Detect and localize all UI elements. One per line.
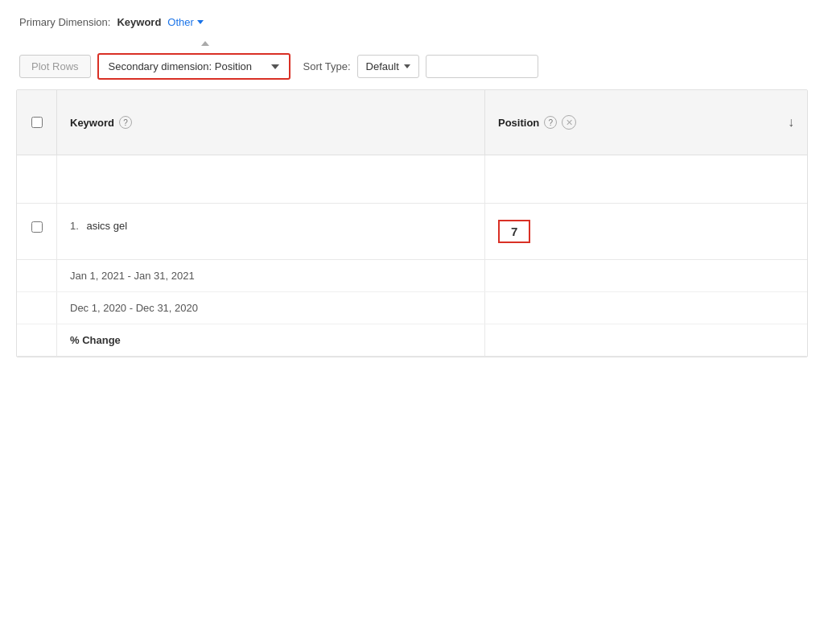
other-link-text: Other bbox=[167, 16, 194, 28]
sort-type-value: Default bbox=[366, 60, 399, 72]
position-close-icon[interactable]: ✕ bbox=[562, 115, 576, 130]
sort-type-dropdown[interactable]: Default bbox=[357, 55, 419, 78]
header-checkbox[interactable] bbox=[31, 117, 43, 128]
position-value: 7 bbox=[498, 220, 530, 243]
row-checkbox-cell[interactable] bbox=[17, 204, 57, 259]
secondary-dimension-chevron-icon bbox=[271, 64, 279, 69]
keyword-header-label: Keyword bbox=[70, 117, 114, 129]
row-keyword-value: asics gel bbox=[86, 220, 127, 232]
secondary-dimension-dropdown[interactable]: Secondary dimension: Position bbox=[97, 53, 290, 80]
empty-position-cell bbox=[485, 155, 807, 203]
primary-dimension-row: Primary Dimension: Keyword Other bbox=[16, 16, 808, 28]
percent-change-label: % Change bbox=[57, 324, 485, 356]
row-keyword-cell: 1. asics gel bbox=[57, 204, 485, 259]
sort-type-label: Sort Type: bbox=[303, 60, 351, 72]
pct-position-cell bbox=[485, 324, 807, 356]
percent-change-row: % Change bbox=[17, 324, 807, 357]
position-header-label: Position bbox=[498, 117, 539, 129]
keyword-help-icon[interactable]: ? bbox=[119, 116, 132, 129]
primary-dimension-keyword: Keyword bbox=[117, 16, 161, 28]
row-position-cell: 7 bbox=[485, 204, 807, 259]
page-wrapper: Primary Dimension: Keyword Other Plot Ro… bbox=[0, 0, 824, 644]
date-range-1: Jan 1, 2021 - Jan 31, 2021 bbox=[57, 260, 485, 291]
date-row-position-1 bbox=[485, 260, 807, 291]
date-row-spacer-2 bbox=[17, 292, 57, 324]
sort-down-icon[interactable]: ↓ bbox=[788, 115, 794, 130]
data-table: Keyword ? Position ? ✕ ↓ 1. asics gel bbox=[16, 89, 808, 357]
position-column-header: Position ? ✕ ↓ bbox=[485, 90, 807, 155]
other-dropdown[interactable]: Other bbox=[167, 16, 204, 28]
search-input[interactable] bbox=[426, 55, 538, 78]
table-header: Keyword ? Position ? ✕ ↓ bbox=[17, 90, 807, 155]
toolbar-row: Plot Rows Secondary dimension: Position … bbox=[16, 53, 808, 80]
date-row-spacer-1 bbox=[17, 260, 57, 291]
empty-spacer-row bbox=[17, 155, 807, 204]
date-row-2: Dec 1, 2020 - Dec 31, 2020 bbox=[17, 292, 807, 324]
row-checkbox[interactable] bbox=[31, 221, 43, 233]
position-help-icon[interactable]: ? bbox=[544, 116, 557, 129]
collapse-indicator-icon bbox=[201, 41, 209, 46]
date-range-2: Dec 1, 2020 - Dec 31, 2020 bbox=[57, 292, 485, 324]
pct-spacer bbox=[17, 324, 57, 356]
empty-keyword-cell bbox=[57, 155, 485, 203]
date-row-1: Jan 1, 2021 - Jan 31, 2021 bbox=[17, 260, 807, 292]
keyword-column-header: Keyword ? bbox=[57, 90, 485, 155]
sort-type-chevron-icon bbox=[404, 64, 410, 68]
empty-checkbox-cell bbox=[17, 155, 57, 203]
primary-dimension-label: Primary Dimension: bbox=[19, 16, 110, 28]
plot-rows-button[interactable]: Plot Rows bbox=[19, 55, 91, 78]
header-checkbox-cell[interactable] bbox=[17, 90, 57, 155]
other-chevron-icon bbox=[197, 20, 204, 24]
date-row-position-2 bbox=[485, 292, 807, 324]
table-row: 1. asics gel 7 bbox=[17, 204, 807, 260]
row-number: 1. bbox=[70, 220, 79, 232]
secondary-dimension-label: Secondary dimension: Position bbox=[109, 60, 253, 72]
